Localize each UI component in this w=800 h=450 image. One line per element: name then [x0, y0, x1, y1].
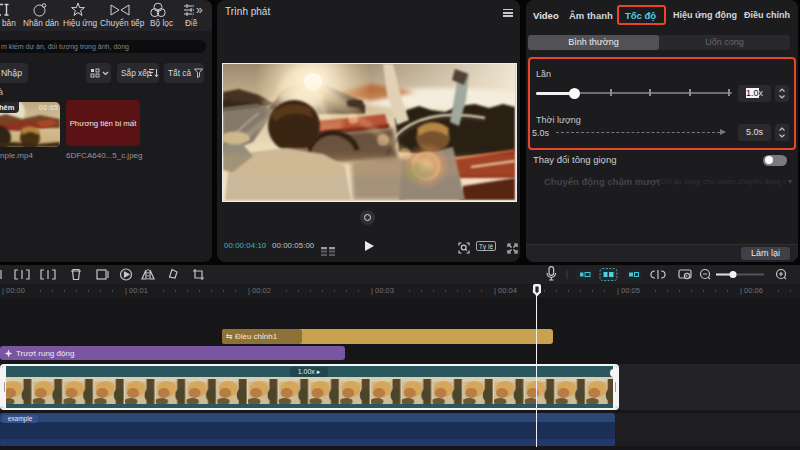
- svg-text:| 00:05: | 00:05: [617, 286, 640, 295]
- svg-text:| 00:04: | 00:04: [494, 286, 517, 295]
- svg-text:| 00:03: | 00:03: [371, 286, 394, 295]
- svg-text:| 00:01: | 00:01: [125, 286, 148, 295]
- svg-text:| 00:02: | 00:02: [248, 286, 271, 295]
- svg-text:| 00:06: | 00:06: [740, 286, 763, 295]
- svg-text:| 00:00: | 00:00: [2, 286, 25, 295]
